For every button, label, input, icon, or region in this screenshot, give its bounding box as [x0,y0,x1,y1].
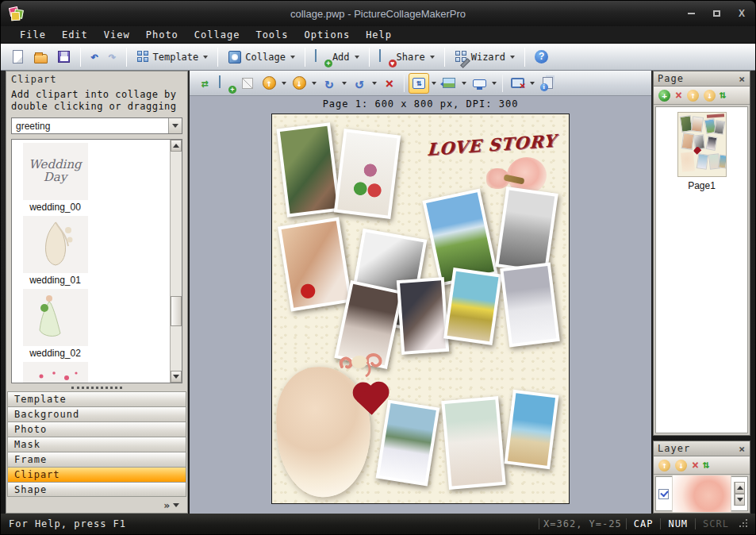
collage-photo[interactable] [276,122,340,217]
redo-button[interactable]: ↷ [104,46,120,68]
menu-tools[interactable]: Tools [248,28,296,42]
status-bar: For Help, press F1 X=362, Y=-25 CAP NUM … [1,514,755,534]
layer-panel-toolbar: ↑ ↓ × ⇄ [654,456,750,475]
clipart-item[interactable]: wedding_01 [17,216,94,286]
distribute-button[interactable]: ⇅ [409,73,429,94]
toolbar-separator [217,48,218,67]
clipart-item[interactable]: wedding_03 [17,362,94,383]
page-thumbnail[interactable] [677,112,727,177]
move-page-down-button[interactable]: ↓ [704,90,716,102]
close-button[interactable]: X [735,7,749,20]
chevron-down-icon[interactable] [372,82,377,85]
swap-photo-button[interactable]: ⇄ [194,73,215,94]
menu-photo[interactable]: Photo [138,28,186,42]
resize-button[interactable] [469,73,489,94]
send-backward-button[interactable]: ↓ [289,73,309,94]
delete-object-button[interactable]: × [379,73,400,94]
properties-button[interactable] [537,73,558,94]
maximize-button[interactable] [709,7,723,20]
scroll-up-icon[interactable] [735,482,745,494]
new-button[interactable] [7,46,29,68]
clipart-item[interactable]: WeddingDay wedding_00 [17,143,94,213]
layer-visibility-checkbox[interactable] [658,489,669,499]
add-button[interactable]: + Add [311,46,363,68]
accordion-shape[interactable]: Shape [7,482,186,497]
accordion-frame[interactable]: Frame [7,452,186,467]
clipart-scrollbar[interactable] [170,140,182,383]
menu-options[interactable]: Options [297,28,359,42]
collage-photo[interactable] [495,187,558,274]
layer-panel-header: Layer × [654,441,750,456]
help-button[interactable]: ? [531,46,552,68]
minimize-button[interactable] [684,7,698,20]
menu-edit[interactable]: Edit [54,28,96,42]
align-button[interactable] [439,73,459,94]
accordion-photo[interactable]: Photo [7,421,186,437]
scroll-down-icon[interactable] [171,371,182,383]
bring-forward-button[interactable]: ↑ [259,73,279,94]
menu-file[interactable]: File [12,28,54,42]
accordion-clipart[interactable]: Clipart [7,467,186,482]
scrollbar-thumb[interactable] [171,296,182,326]
chevron-down-icon[interactable] [312,82,317,85]
page-panel: Page × + × ↑ ↓ ⇄ Page1 [653,71,750,436]
delete-layer-button[interactable]: × [692,460,699,471]
rotate-cw-button[interactable]: ↻ [319,73,340,94]
scroll-down-icon[interactable] [735,494,745,506]
layer-up-button[interactable]: ↑ [658,460,670,471]
clear-photo-button[interactable] [237,73,258,94]
collage-photo[interactable] [397,277,449,355]
delete-page-button[interactable]: × [675,90,682,102]
collage-photo[interactable] [278,217,352,312]
collage-button[interactable]: Collage [224,46,299,68]
collage-photo[interactable] [376,399,440,486]
add-page-button[interactable]: + [658,90,670,102]
panel-splitter[interactable] [6,383,187,391]
layer-row[interactable] [658,475,731,513]
minimize-icon [688,13,695,14]
chevron-down-icon[interactable] [462,82,466,85]
menu-view[interactable]: View [96,28,138,42]
move-page-up-button[interactable]: ↑ [687,90,699,102]
menu-collage[interactable]: Collage [186,28,248,42]
rotate-ccw-button[interactable]: ↺ [349,73,370,94]
wizard-label: Wizard [471,52,505,63]
chevron-down-icon[interactable] [342,82,347,85]
close-icon[interactable]: × [739,74,746,84]
collage-page[interactable]: LOVE STORY [271,114,570,504]
wizard-button[interactable]: Wizard [451,46,519,68]
accordion-mask[interactable]: Mask [7,437,186,452]
chevron-down-icon[interactable] [530,82,535,85]
toolbar-separator [444,48,445,67]
template-button[interactable]: Template [132,46,213,68]
layer-scrollbar[interactable] [734,482,745,506]
undo-button[interactable]: ↶ [86,46,102,68]
chevron-down-icon[interactable] [282,82,286,85]
close-icon[interactable]: × [739,444,746,454]
collage-photo[interactable] [443,268,502,345]
refresh-layers-icon[interactable]: ⇄ [701,462,712,468]
save-button[interactable] [53,46,75,68]
refresh-pages-icon[interactable]: ⇄ [718,92,729,98]
collage-photo[interactable] [334,129,401,219]
clipart-item[interactable]: wedding_02 [17,289,94,359]
clipart-category-dropdown[interactable]: greeting [11,117,182,134]
chevron-down-icon[interactable] [432,82,436,85]
accordion-more-button[interactable]: » [6,497,187,513]
accordion-template[interactable]: Template [7,391,186,406]
rotate-ccw-icon: ↺ [355,76,364,90]
collage-photo[interactable] [441,396,505,490]
preview-button[interactable] [507,73,528,94]
add-photo-button[interactable]: + [216,73,236,94]
collage-photo[interactable] [504,390,558,469]
resize-grip[interactable] [737,519,747,529]
scroll-up-icon[interactable] [171,140,182,152]
accordion-background[interactable]: Background [7,406,186,421]
chevron-down-icon[interactable] [492,82,497,85]
layer-down-button[interactable]: ↓ [675,460,687,471]
menu-help[interactable]: Help [358,28,400,42]
share-button[interactable]: ♥ Share [375,46,439,68]
clipart-description: Add clipart into collage by double click… [6,87,187,116]
open-button[interactable] [30,46,52,68]
collage-photo[interactable] [500,262,560,347]
